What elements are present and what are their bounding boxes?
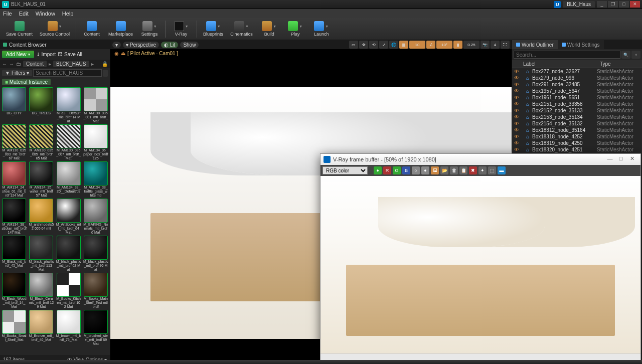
- path-lock-icon[interactable]: 🔒: [102, 61, 108, 67]
- search-lock-icon[interactable]: [103, 70, 108, 77]
- outliner-row[interactable]: 👁 ⌂Box18320_node_4251StaticMeshActor: [512, 146, 642, 153]
- crumb-folder[interactable]: BLCK_HAUS: [53, 61, 89, 67]
- vfb-channel-select[interactable]: RGB color: [323, 166, 368, 174]
- asset-item[interactable]: M_black_plastic_mtl_brdf 62 Mat: [56, 236, 82, 272]
- viewport-menu-button[interactable]: ▾: [112, 42, 121, 48]
- asset-item[interactable]: M_a3__Default_mtl_brdf 14 Mat: [56, 87, 82, 123]
- vfb-r-button[interactable]: R: [383, 166, 391, 174]
- project-tab[interactable]: BLK_Haus: [563, 1, 595, 8]
- show-button[interactable]: Show: [180, 42, 199, 48]
- asset-item[interactable]: M_Books_Main_Shelf_Test mtl brdf: [83, 273, 109, 309]
- visibility-icon[interactable]: 👁: [514, 95, 520, 100]
- asset-item[interactable]: M_AM134_38_20__Defaultfds: [56, 161, 82, 198]
- vp-tool-rotate-icon[interactable]: ⟲: [369, 41, 378, 49]
- import-button[interactable]: ⤓ Import: [36, 52, 56, 57]
- asset-item[interactable]: M_brown_mtl_brdf_75_Mat: [56, 310, 82, 346]
- outliner-row[interactable]: 👁 ⌂Box279_node_996StaticMeshActor: [512, 75, 642, 81]
- vp-camera-icon[interactable]: 📷: [480, 41, 490, 49]
- build-button[interactable]: ▼Build: [257, 20, 282, 39]
- visibility-icon[interactable]: 👁: [514, 101, 520, 107]
- asset-item[interactable]: M_AM134_35_water_mtl_brdf 57 Mat: [28, 161, 54, 198]
- launch-button[interactable]: ▼Launch: [309, 20, 334, 39]
- asset-item[interactable]: M_black_plastic_mtl_brdf 113 Mat: [28, 236, 54, 272]
- source-button[interactable]: ▼Source Control: [37, 20, 73, 39]
- asset-item[interactable]: M_Books_Kitchen_mtl_brdf 102 Mat: [56, 273, 82, 309]
- vp-angle-snap[interactable]: 10°: [436, 41, 452, 49]
- pilot-disc-icon[interactable]: ◉: [114, 51, 119, 56]
- vfb-copy-icon[interactable]: 📋: [459, 166, 467, 174]
- outliner-row[interactable]: 👁 ⌂Box291_node_32485StaticMeshActor: [512, 81, 642, 88]
- outliner-search-icon[interactable]: 🔍: [621, 51, 630, 59]
- play-button[interactable]: ▼Play: [283, 20, 308, 39]
- maximize-button[interactable]: □: [619, 1, 629, 8]
- add-new-button[interactable]: Add New: [2, 51, 34, 58]
- vfb-stop-icon[interactable]: ✖: [469, 166, 477, 174]
- visibility-icon[interactable]: 👁: [514, 108, 520, 113]
- vfb-history-icon[interactable]: ▬: [498, 166, 506, 174]
- tab-world-outliner[interactable]: World Outliner: [512, 40, 558, 49]
- vfb-b-button[interactable]: B: [402, 166, 410, 174]
- asset-item[interactable]: BG_CITY: [1, 87, 27, 123]
- asset-item[interactable]: M_Bronze_mtl_brdf_40_Mat: [28, 310, 54, 346]
- vfb-canvas[interactable]: [320, 176, 640, 353]
- asset-item[interactable]: M_BAKING_Normals_mtl_brdf 6 Mat: [83, 199, 109, 235]
- folder-icon[interactable]: 🗀: [16, 61, 21, 67]
- asset-item[interactable]: M_ArtBooks_mtl_mtl_brdf_64 Mat: [56, 199, 82, 235]
- crumb-content[interactable]: Content: [23, 61, 47, 67]
- menu-edit[interactable]: Edit: [19, 11, 29, 17]
- asset-item[interactable]: M_AM130_035_007_mtl_brdf_Mat: [56, 124, 82, 160]
- perspective-button[interactable]: ▾ Perspective: [123, 42, 159, 48]
- pilot-eject-icon[interactable]: ⏏: [121, 51, 125, 56]
- filter-tag[interactable]: Material Instance: [2, 79, 51, 85]
- content-button[interactable]: Content: [79, 20, 104, 39]
- asset-item[interactable]: M_archmodels52 005 04 mtl: [28, 199, 54, 235]
- vfb-close-button[interactable]: ✕: [626, 155, 637, 163]
- outliner-row[interactable]: 👁 ⌂Box18318_node_4252StaticMeshActor: [512, 133, 642, 140]
- restore-button[interactable]: ❐: [608, 1, 618, 8]
- filters-button[interactable]: ▼ Filters ▾: [2, 70, 32, 76]
- asset-item[interactable]: M_black_plastic_mtl_brdf 90 Mat: [83, 236, 109, 272]
- asset-item[interactable]: BG_TREES: [28, 87, 54, 123]
- vray-frame-buffer-window[interactable]: V-Ray frame buffer - [50% of 1920 x 1080…: [320, 153, 641, 363]
- vp-tool-surface-icon[interactable]: ▦: [399, 41, 408, 49]
- visibility-icon[interactable]: 👁: [514, 88, 520, 94]
- outliner-row[interactable]: 👁 ⌂Box18312_node_35164StaticMeshActor: [512, 127, 642, 133]
- vfb-titlebar[interactable]: V-Ray frame buffer - [50% of 1920 x 1080…: [320, 154, 640, 165]
- asset-item[interactable]: M_AM130_035_001_mtl_brdf_Mat: [83, 87, 109, 123]
- asset-item[interactable]: M_AM130_035_003_mtl_brdf 67 Mat: [1, 124, 27, 160]
- visibility-icon[interactable]: 👁: [514, 75, 520, 81]
- menu-file[interactable]: File: [3, 11, 12, 17]
- outliner-search-input[interactable]: [514, 51, 620, 59]
- close-button[interactable]: ✕: [630, 1, 640, 8]
- content-search-input[interactable]: [33, 69, 102, 77]
- vfb-clear-icon[interactable]: 🗑: [450, 166, 458, 174]
- visibility-icon[interactable]: 👁: [514, 147, 520, 152]
- visibility-icon[interactable]: 👁: [514, 69, 520, 74]
- vray-button[interactable]: ▼V-Ray: [169, 20, 194, 39]
- save-all-button[interactable]: 🖫 Save All: [58, 52, 82, 57]
- vp-maximize-icon[interactable]: ⛶: [501, 41, 510, 49]
- settings-button[interactable]: ▼Settings: [137, 20, 162, 39]
- visibility-icon[interactable]: 👁: [514, 134, 520, 139]
- vp-scale-icon[interactable]: ▮: [453, 41, 462, 49]
- asset-item[interactable]: M_AM134_38_bottle_glass_white mtl: [83, 161, 109, 198]
- menu-help[interactable]: Help: [62, 11, 74, 17]
- outliner-row[interactable]: 👁 ⌂Box1957_node_5647StaticMeshActor: [512, 88, 642, 94]
- outliner-row[interactable]: 👁 ⌂Box2153_node_35134StaticMeshActor: [512, 114, 642, 120]
- vp-scale-snap[interactable]: 0.25: [463, 41, 479, 49]
- menu-window[interactable]: Window: [36, 11, 55, 17]
- minimize-button[interactable]: _: [597, 1, 607, 8]
- vfb-link-icon[interactable]: ✦: [478, 166, 487, 174]
- col-type[interactable]: Type: [600, 61, 640, 67]
- outliner-row[interactable]: 👁 ⌂Box277_node_32627StaticMeshActor: [512, 68, 642, 75]
- vfb-minimize-button[interactable]: —: [604, 155, 615, 163]
- vp-grid-snap[interactable]: 10: [409, 41, 425, 49]
- asset-item[interactable]: M_AM134_06_paper_box_brdf 125: [83, 124, 109, 160]
- outliner-row[interactable]: 👁 ⌂Box2151_node_33358StaticMeshActor: [512, 101, 642, 107]
- vp-tool-select-icon[interactable]: ▭: [349, 41, 358, 49]
- outliner-row[interactable]: 👁 ⌂Box1961_node_5651StaticMeshActor: [512, 94, 642, 101]
- outliner-row[interactable]: 👁 ⌂Box18319_node_4250StaticMeshActor: [512, 140, 642, 146]
- visibility-icon[interactable]: 👁: [514, 127, 520, 133]
- outliner-row[interactable]: 👁 ⌂Box2154_node_35132StaticMeshActor: [512, 120, 642, 127]
- asset-item[interactable]: M_AM134_38_sticker_mtl_brdf 147 Mat: [1, 199, 27, 235]
